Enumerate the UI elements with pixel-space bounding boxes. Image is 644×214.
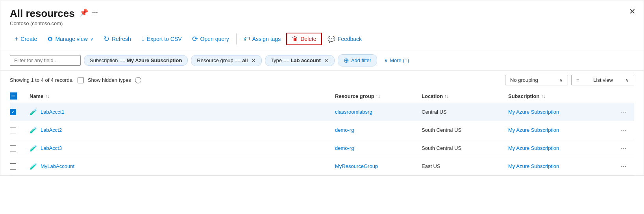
subscription-3: My Azure Subscription	[508, 145, 618, 151]
chevron-down-icon: ∨	[384, 57, 388, 63]
grouping-dropdown[interactable]: No grouping ∨	[505, 75, 568, 85]
list-controls: Showing 1 to 4 of 4 records. Show hidden…	[0, 71, 644, 89]
filter-tag-resource-group[interactable]: Resource group == all ✕	[191, 55, 261, 66]
filter-input[interactable]	[10, 55, 81, 66]
chevron-down-icon: ∨	[90, 37, 93, 42]
col-header-location[interactable]: Location ↑↓	[422, 93, 508, 99]
page-subtitle: Contoso (contoso.com)	[10, 20, 75, 26]
add-filter-icon: ⊕	[344, 57, 349, 64]
all-resources-panel: All resources Contoso (contoso.com) 📌 ··…	[0, 0, 644, 176]
filter-tag-rg-close[interactable]: ✕	[251, 57, 256, 64]
row-actions-4: ···	[618, 161, 634, 171]
row-checkbox-2[interactable]	[10, 127, 30, 133]
more-filters-button[interactable]: ∨ More (1)	[380, 55, 413, 65]
filter-tag-type[interactable]: Type == Lab account ✕	[265, 55, 335, 66]
list-view-icon: ≡	[576, 77, 579, 83]
resource-name-2[interactable]: 🧪 LabAcct2	[30, 126, 335, 134]
table-area: Name ↑↓ Resource group ↑↓ Location ↑↓ Su…	[0, 89, 644, 175]
resource-name-3[interactable]: 🧪 LabAcct3	[30, 144, 335, 152]
delete-button[interactable]: 🗑 Delete	[286, 33, 322, 45]
resource-group-1: classroomlabsrg	[335, 109, 422, 115]
table-row: 🧪 LabAcct2 demo-rg South Central US My A…	[10, 121, 634, 139]
gear-icon: ⚙	[47, 35, 53, 43]
row-more-button-2[interactable]: ···	[618, 125, 629, 135]
feedback-button[interactable]: 💬 Feedback	[323, 33, 366, 46]
refresh-button[interactable]: ↻ Refresh	[99, 32, 136, 46]
row-more-button-1[interactable]: ···	[618, 107, 629, 117]
show-hidden-label: Show hidden types	[88, 77, 131, 83]
toolbar-divider	[236, 33, 237, 44]
location-1: Central US	[422, 109, 508, 115]
resource-name-1[interactable]: 🧪 LabAccct1	[30, 108, 335, 116]
row-actions-2: ···	[618, 125, 634, 135]
table-row: 🧪 LabAccct1 classroomlabsrg Central US M…	[10, 103, 634, 121]
title-row: All resources Contoso (contoso.com) 📌 ··…	[10, 7, 98, 26]
toolbar: + Create ⚙ Manage view ∨ ↻ Refresh ↓ Exp…	[0, 28, 644, 50]
resource-icon-2: 🧪	[30, 126, 37, 134]
row-checkbox-4[interactable]	[10, 163, 30, 170]
panel-header: All resources Contoso (contoso.com) 📌 ··…	[0, 0, 644, 28]
location-3: South Central US	[422, 145, 508, 151]
open-query-button[interactable]: ⟳ Open query	[187, 32, 234, 46]
refresh-icon: ↻	[104, 35, 109, 43]
resource-name-4[interactable]: 🧪 MyLabAccount	[30, 162, 335, 170]
header-checkbox[interactable]	[10, 92, 17, 100]
resource-icon-1: 🧪	[30, 108, 37, 116]
row-more-button-3[interactable]: ···	[618, 143, 629, 153]
list-info: Showing 1 to 4 of 4 records. Show hidden…	[10, 77, 141, 83]
location-2: South Central US	[422, 127, 508, 133]
list-view-controls: No grouping ∨ ≡ List view ∨	[505, 75, 634, 85]
col-header-name[interactable]: Name ↑↓	[30, 93, 335, 99]
feedback-icon: 💬	[328, 35, 335, 43]
rg-sort-icon: ↑↓	[376, 94, 380, 98]
row-checkbox-1[interactable]	[10, 109, 30, 115]
loc-sort-icon: ↑↓	[444, 94, 449, 98]
manage-view-button[interactable]: ⚙ Manage view ∨	[43, 33, 98, 46]
create-icon: +	[15, 35, 18, 42]
pin-icon[interactable]: 📌	[80, 8, 88, 17]
add-filter-button[interactable]: ⊕ Add filter	[338, 54, 377, 66]
more-options-icon[interactable]: ···	[92, 9, 98, 17]
grouping-chevron-icon: ∨	[559, 77, 563, 83]
export-icon: ↓	[141, 35, 144, 42]
create-button[interactable]: + Create	[10, 33, 42, 45]
col-header-subscription[interactable]: Subscription ↑↓	[508, 93, 618, 99]
location-4: East US	[422, 163, 508, 169]
filter-tag-subscription[interactable]: Subscription == My Azure Subscription	[84, 55, 188, 66]
export-csv-button[interactable]: ↓ Export to CSV	[137, 33, 187, 45]
view-chevron-icon: ∨	[625, 77, 629, 83]
subscription-1: My Azure Subscription	[508, 109, 618, 115]
resource-icon-4: 🧪	[30, 162, 37, 170]
col-header-resource-group[interactable]: Resource group ↑↓	[335, 93, 422, 99]
info-icon[interactable]: i	[135, 77, 141, 83]
page-title: All resources	[10, 7, 75, 20]
row-more-button-4[interactable]: ···	[618, 161, 629, 171]
delete-icon: 🗑	[292, 35, 298, 42]
subscription-4: My Azure Subscription	[508, 163, 618, 169]
resource-icon-3: 🧪	[30, 144, 37, 152]
filter-bar: Subscription == My Azure Subscription Re…	[0, 50, 644, 71]
close-button[interactable]: ✕	[629, 7, 636, 15]
showing-text: Showing 1 to 4 of 4 records.	[10, 77, 74, 83]
table-row: 🧪 MyLabAccount MyResourceGroup East US M…	[10, 157, 634, 175]
resource-group-4: MyResourceGroup	[335, 163, 422, 169]
select-all-checkbox[interactable]	[10, 92, 30, 100]
tags-icon: 🏷	[244, 35, 250, 42]
title-icons: 📌 ···	[80, 8, 98, 17]
sub-sort-icon: ↑↓	[541, 94, 545, 98]
query-icon: ⟳	[192, 35, 198, 43]
row-actions-1: ···	[618, 107, 634, 117]
table-header: Name ↑↓ Resource group ↑↓ Location ↑↓ Su…	[10, 89, 634, 103]
name-sort-icon: ↑↓	[45, 94, 49, 98]
table-row: 🧪 LabAcct3 demo-rg South Central US My A…	[10, 139, 634, 157]
resource-group-2: demo-rg	[335, 127, 422, 133]
title-area: All resources Contoso (contoso.com)	[10, 7, 75, 26]
subscription-2: My Azure Subscription	[508, 127, 618, 133]
filter-tag-type-close[interactable]: ✕	[324, 57, 329, 64]
view-dropdown[interactable]: ≡ List view ∨	[571, 75, 634, 85]
row-checkbox-3[interactable]	[10, 145, 30, 151]
assign-tags-button[interactable]: 🏷 Assign tags	[239, 33, 285, 45]
row-actions-3: ···	[618, 143, 634, 153]
show-hidden-checkbox[interactable]	[78, 77, 84, 83]
resource-group-3: demo-rg	[335, 145, 422, 151]
